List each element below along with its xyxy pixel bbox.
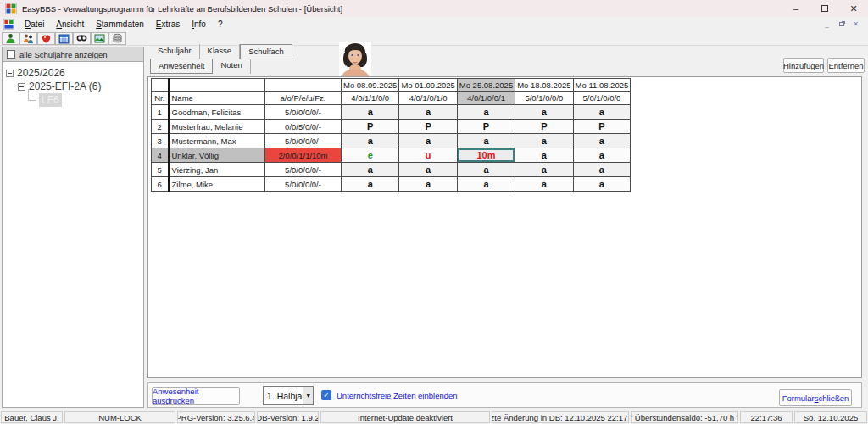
chevron-down-icon[interactable]: ▼ [303, 387, 313, 404]
attendance-cell[interactable]: a [515, 134, 573, 148]
attendance-cell[interactable]: a [573, 177, 631, 192]
attendance-table-panel: Mo 08.09.2025Mo 01.09.2025Mo 25.08.2025M… [147, 76, 862, 378]
attendance-cell[interactable]: P [573, 120, 631, 134]
status-db-version: DB-Version: 1.9.2 [257, 411, 319, 423]
search-icon[interactable] [73, 32, 91, 45]
tree-item-subject[interactable]: LF6 [6, 93, 143, 107]
student-name[interactable]: Goodman, Felicitas [169, 105, 265, 120]
tree-item-class[interactable]: 2025-EFI-2A (6) [6, 80, 143, 93]
day-totals: 4/0/1/0/1/0 [399, 92, 457, 105]
free-times-checkbox[interactable]: ✓ [321, 390, 331, 400]
student-nr[interactable]: 5 [152, 163, 169, 177]
calendar-icon[interactable] [55, 32, 73, 45]
student-name[interactable]: Musterfrau, Melanie [169, 120, 265, 134]
student-stats: 5/0/0/0/0/- [265, 163, 342, 177]
mdi-restore-icon[interactable] [836, 20, 847, 29]
attendance-cell[interactable]: a [342, 134, 399, 148]
attendance-cell[interactable]: a [457, 163, 515, 177]
tab-schulfach[interactable]: Schulfach [240, 44, 292, 59]
attendance-cell[interactable]: a [342, 105, 399, 120]
print-attendance-button[interactable]: Anwesenheit ausdrucken [152, 387, 240, 405]
remove-button[interactable]: Entfernen [827, 58, 865, 73]
attendance-cell[interactable]: a [515, 105, 573, 120]
semester-select[interactable]: 1. Halbjahr ▼ [263, 386, 314, 405]
tab-schuljahr[interactable]: Schuljahr [150, 44, 200, 59]
attendance-cell[interactable]: a [515, 177, 573, 192]
attendance-cell[interactable]: a [399, 177, 457, 192]
day-totals: 4/0/1/1/0/0 [342, 92, 399, 105]
close-button[interactable]: ✕ [839, 0, 868, 17]
toolbar [0, 31, 868, 46]
attendance-cell[interactable]: a [457, 177, 515, 192]
mdi-minimize-icon[interactable]: _ [821, 20, 832, 29]
student-nr[interactable]: 1 [152, 105, 169, 120]
mdi-close-icon[interactable]: ✕ [850, 20, 861, 29]
menu-help[interactable]: ? [212, 19, 229, 30]
attendance-cell[interactable]: P [342, 120, 399, 134]
maximize-button[interactable] [810, 0, 839, 17]
tree-item-schoolyear[interactable]: 2025/2026 [6, 66, 143, 80]
add-button[interactable]: Hinzufügen [783, 58, 824, 73]
menu-ansicht[interactable]: Ansicht [50, 19, 90, 30]
attendance-cell[interactable]: u [399, 148, 457, 163]
attendance-cell[interactable]: P [399, 120, 457, 134]
student-row: 4Unklar, Völlig2/0/0/1/1/10meu10maa [152, 148, 631, 163]
date-header[interactable]: Mo 11.08.2025 [573, 79, 631, 92]
menu-info[interactable]: Info [186, 19, 212, 30]
attendance-cell[interactable]: 10m [457, 148, 515, 163]
attendance-cell[interactable]: a [457, 134, 515, 148]
attendance-cell[interactable]: a [342, 163, 399, 177]
attendance-cell[interactable]: a [573, 134, 631, 148]
date-header[interactable]: Mo 01.09.2025 [399, 79, 457, 92]
day-totals: 4/0/1/0/0/1 [457, 92, 515, 105]
attendance-cell[interactable]: a [457, 105, 515, 120]
attendance-cell[interactable]: a [515, 163, 573, 177]
student-nr[interactable]: 3 [152, 134, 169, 148]
student-name[interactable]: Vierzing, Jan [169, 163, 265, 177]
close-form-button[interactable]: Formular schließen [779, 389, 852, 406]
photo-icon[interactable] [91, 32, 108, 45]
bottom-controls: Anwesenheit ausdrucken 1. Halbjahr ▼ ✓ U… [147, 382, 862, 408]
attendance-cell[interactable]: P [515, 120, 573, 134]
database-icon[interactable] [108, 32, 126, 45]
attendance-cell[interactable]: P [457, 120, 515, 134]
attendance-cell[interactable]: a [573, 148, 631, 163]
tab-anwesenheit[interactable]: Anwesenheit [150, 59, 213, 74]
menu-datei[interactable]: Datei [19, 19, 50, 30]
tab-klasse[interactable]: Klasse [200, 44, 241, 59]
minimize-button[interactable]: – [782, 0, 810, 17]
date-header[interactable]: Mo 25.08.2025 [457, 79, 515, 92]
tab-noten[interactable]: Noten [213, 59, 250, 74]
students-icon[interactable] [19, 32, 37, 45]
nr-header: Nr. [152, 92, 169, 105]
student-nr[interactable]: 2 [152, 120, 169, 134]
student-nr[interactable]: 6 [152, 177, 169, 192]
attendance-cell[interactable]: a [399, 134, 457, 148]
favorite-icon[interactable] [37, 32, 55, 45]
attendance-cell[interactable]: a [573, 105, 631, 120]
menu-extras[interactable]: Extras [150, 19, 186, 30]
student-stats: 5/0/0/0/0/- [265, 177, 342, 192]
collapse-icon[interactable] [6, 70, 14, 77]
teacher-icon[interactable] [2, 32, 19, 45]
attendance-cell[interactable]: a [399, 105, 457, 120]
attendance-cell[interactable]: a [399, 163, 457, 177]
student-name[interactable]: Mustermann, Max [169, 134, 265, 148]
student-name[interactable]: Zilme, Mike [169, 177, 265, 192]
menu-stammdaten[interactable]: Stammdaten [90, 19, 150, 30]
attendance-cell[interactable]: a [515, 148, 573, 163]
attendance-cell[interactable]: a [573, 163, 631, 177]
attendance-cell[interactable]: e [342, 148, 399, 163]
status-overtime: *** Überstundensaldo: -51,70 h *** [631, 411, 738, 423]
attendance-table: Mo 08.09.2025Mo 01.09.2025Mo 25.08.2025M… [151, 78, 631, 192]
attendance-cell[interactable]: a [342, 177, 399, 192]
collapse-icon[interactable] [18, 83, 25, 91]
content-area: alle Schuljahre anzeigen 2025/2026 2025-… [0, 46, 868, 410]
student-nr[interactable]: 4 [152, 148, 169, 163]
status-user: Bauer, Claus J. [1, 411, 63, 423]
date-header[interactable]: Mo 08.09.2025 [342, 79, 399, 92]
date-header[interactable]: Mo 18.08.2025 [515, 79, 573, 92]
student-name[interactable]: Unklar, Völlig [169, 148, 265, 163]
all-schoolyears-checkbox[interactable] [7, 50, 15, 59]
student-photo [339, 42, 371, 78]
